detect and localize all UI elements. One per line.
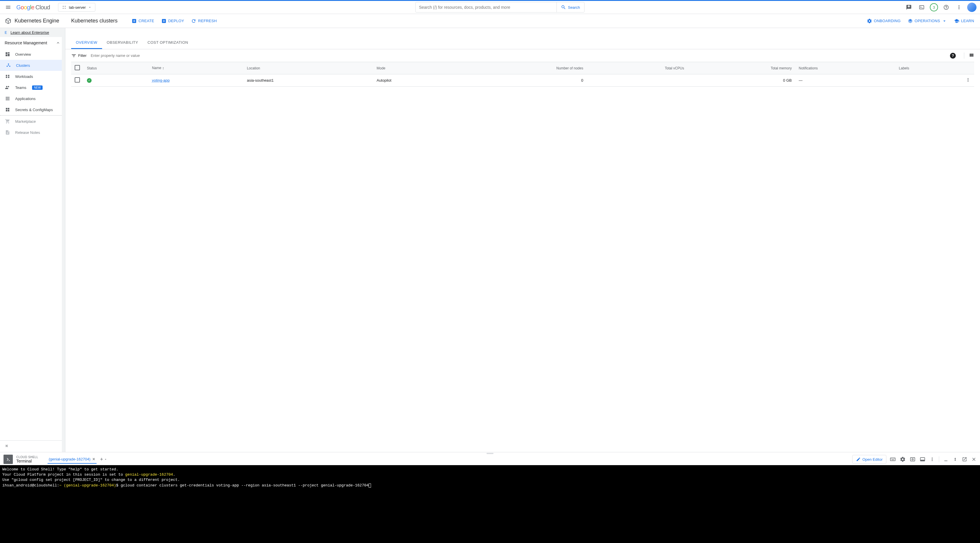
col-labels[interactable]: Labels: [896, 62, 962, 75]
row-more-icon[interactable]: [966, 77, 970, 83]
col-memory[interactable]: Total memory: [688, 62, 795, 75]
col-mode[interactable]: Mode: [373, 62, 457, 75]
dropdown-icon: [942, 18, 947, 24]
avatar[interactable]: [967, 3, 977, 12]
col-location[interactable]: Location: [243, 62, 373, 75]
svg-rect-23: [971, 54, 972, 57]
sidebar-item-release-notes[interactable]: Release Notes: [0, 127, 65, 138]
sidebar-item-workloads[interactable]: Workloads: [0, 71, 65, 82]
col-name[interactable]: Name ↑: [148, 62, 243, 75]
trial-badge[interactable]: 3: [930, 3, 938, 11]
filter-label[interactable]: Filter: [71, 53, 87, 58]
svg-rect-22: [970, 54, 970, 57]
close-icon[interactable]: [971, 457, 977, 462]
minimize-icon[interactable]: [943, 457, 948, 462]
cluster-name-link[interactable]: voting-app: [152, 78, 170, 83]
layout-icon[interactable]: [920, 456, 926, 462]
deploy-button[interactable]: DEPLOY: [161, 18, 185, 24]
product-title: Kubernetes Engine: [14, 18, 59, 24]
settings-icon[interactable]: [900, 456, 905, 462]
learn-button[interactable]: LEARN: [954, 18, 974, 24]
sidebar-item-marketplace[interactable]: Marketplace: [0, 116, 65, 127]
column-selector-icon[interactable]: [964, 52, 974, 59]
operations-button[interactable]: OPERATIONS: [908, 18, 947, 24]
col-vcpus[interactable]: Total vCPUs: [587, 62, 688, 75]
teams-icon: [5, 85, 11, 90]
cell-labels: [896, 75, 962, 87]
help-icon[interactable]: [942, 3, 951, 12]
svg-rect-7: [8, 54, 10, 56]
sidebar-item-overview[interactable]: Overview: [0, 49, 65, 60]
gke-icon: [5, 17, 12, 24]
col-nodes[interactable]: Number of nodes: [457, 62, 587, 75]
select-all-checkbox[interactable]: [75, 65, 80, 70]
sidebar-item-clusters[interactable]: Clusters: [0, 60, 65, 71]
project-selector[interactable]: lab-server: [58, 3, 95, 12]
add-box-icon: [161, 18, 167, 24]
learn-icon: [954, 18, 959, 24]
tab-cost-optimization[interactable]: COST OPTIMIZATION: [143, 37, 193, 49]
enterprise-banner[interactable]: E Learn about Enterprise: [0, 28, 65, 37]
onboarding-button[interactable]: ONBOARDING: [867, 18, 900, 24]
svg-rect-34: [921, 460, 925, 461]
close-tab-icon[interactable]: ✕: [92, 457, 95, 461]
gear-icon: [867, 18, 872, 24]
google-cloud-logo[interactable]: Google Cloud: [16, 4, 50, 11]
tab-overview[interactable]: OVERVIEW: [71, 37, 102, 49]
collapse-sidebar-button[interactable]: [0, 440, 65, 452]
gemini-icon[interactable]: [904, 3, 913, 12]
col-status[interactable]: Status: [83, 62, 148, 75]
fullscreen-icon[interactable]: [953, 457, 958, 462]
scrollbar[interactable]: [62, 28, 65, 452]
row-checkbox[interactable]: [75, 77, 80, 83]
terminal-panel: CLOUD SHELL Terminal (genial-upgrade-162…: [0, 452, 980, 543]
create-button[interactable]: CREATE: [132, 18, 154, 24]
open-editor-button[interactable]: Open Editor: [852, 455, 886, 464]
sort-arrow-icon: ↑: [162, 66, 164, 71]
svg-rect-14: [8, 75, 10, 76]
terminal-title: Terminal: [16, 459, 38, 464]
sidebar-item-applications[interactable]: Applications: [0, 93, 65, 104]
search-button[interactable]: Search: [557, 2, 584, 12]
enterprise-link[interactable]: Learn about Enterprise: [11, 30, 49, 35]
dropdown-icon: [104, 457, 107, 461]
marketplace-icon: [5, 119, 11, 124]
svg-rect-30: [892, 460, 894, 460]
svg-rect-15: [6, 77, 7, 78]
sidebar-item-teams[interactable]: Teams NEW: [0, 82, 65, 93]
search-input[interactable]: [415, 5, 557, 10]
svg-point-12: [8, 65, 9, 66]
svg-rect-5: [6, 52, 7, 54]
add-tab-button[interactable]: +: [100, 456, 107, 462]
search-box[interactable]: Search: [415, 2, 584, 13]
keyboard-icon[interactable]: [890, 456, 896, 462]
new-badge: NEW: [32, 86, 42, 90]
filter-input[interactable]: [89, 52, 948, 59]
cell-memory: 0 GB: [688, 75, 795, 87]
more-icon[interactable]: [955, 3, 964, 12]
cell-location: asia-southeast1: [243, 75, 373, 87]
chevron-up-icon: [56, 41, 60, 45]
svg-point-10: [7, 66, 8, 67]
more-icon[interactable]: [929, 457, 935, 462]
cloud-shell-icon[interactable]: [917, 3, 926, 12]
col-notifications[interactable]: Notifications: [795, 62, 895, 75]
svg-point-1: [63, 8, 64, 9]
terminal-resize-handle[interactable]: [0, 452, 980, 455]
tab-observability[interactable]: OBSERVABILITY: [102, 37, 143, 49]
open-new-window-icon[interactable]: [962, 457, 967, 462]
web-preview-icon[interactable]: [910, 456, 916, 462]
sidebar-section-resource-mgmt[interactable]: Resource Management: [0, 37, 65, 49]
svg-rect-4: [920, 6, 924, 9]
release-notes-icon: [5, 130, 11, 135]
status-ok-icon: ✓: [87, 78, 92, 83]
hamburger-menu-icon[interactable]: [3, 3, 13, 12]
sidebar-item-secrets[interactable]: Secrets & ConfigMaps: [0, 104, 65, 115]
refresh-button[interactable]: REFRESH: [191, 18, 217, 24]
svg-rect-6: [8, 52, 10, 53]
terminal-tab[interactable]: (genial-upgrade-162704) ✕: [48, 455, 97, 464]
svg-rect-28: [893, 459, 894, 459]
filter-help-icon[interactable]: ?: [950, 53, 956, 59]
secrets-icon: [5, 107, 11, 112]
terminal-body[interactable]: Welcome to Cloud Shell! Type "help" to g…: [0, 465, 980, 543]
